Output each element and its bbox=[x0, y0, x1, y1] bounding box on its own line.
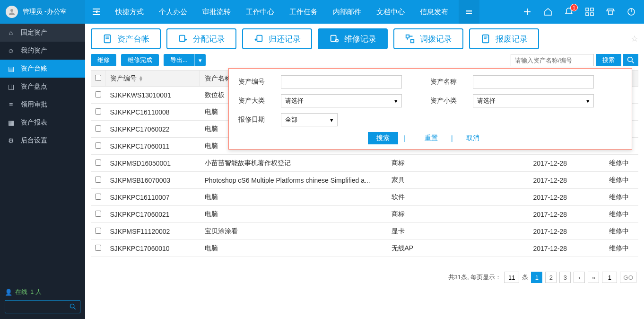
nav-docs[interactable]: 文档中心 bbox=[369, 0, 412, 24]
svg-rect-21 bbox=[257, 35, 262, 42]
cell-date: 2017-12-28 bbox=[529, 206, 604, 223]
svg-rect-25 bbox=[411, 40, 414, 43]
cell-code: SJKPMSB16070003 bbox=[105, 172, 200, 189]
advanced-search-toggle[interactable] bbox=[623, 54, 638, 66]
nav-workcenter[interactable]: 工作中心 bbox=[238, 0, 282, 24]
adv-reset-button[interactable]: 重置 bbox=[411, 134, 451, 142]
table-row[interactable]: SJKPKPC17060010 电脑 无线AP 2017-12-28 维修中 bbox=[91, 240, 638, 257]
repair-button[interactable]: 维修 bbox=[91, 54, 116, 66]
cell-date: 2017-12-28 bbox=[529, 155, 604, 172]
search-icon bbox=[627, 56, 635, 64]
nav-more[interactable] bbox=[459, 0, 479, 24]
row-checkbox[interactable] bbox=[95, 211, 101, 217]
nav-tasks[interactable]: 工作任务 bbox=[282, 0, 325, 24]
plus-icon[interactable] bbox=[520, 5, 534, 19]
page-next[interactable]: › bbox=[574, 272, 585, 283]
apps-icon[interactable] bbox=[583, 5, 597, 19]
page-1[interactable]: 1 bbox=[531, 272, 542, 283]
table-row[interactable]: SJKPKPC16110007 电脑 软件 2017-12-28 维修中 bbox=[91, 189, 638, 206]
svg-line-30 bbox=[632, 61, 634, 63]
adv-select-cat1[interactable]: 请选择 bbox=[281, 94, 402, 107]
page-last[interactable]: » bbox=[588, 272, 599, 283]
nav-mail[interactable]: 内部邮件 bbox=[325, 0, 369, 24]
row-checkbox[interactable] bbox=[95, 125, 101, 132]
per-page-input[interactable] bbox=[504, 272, 519, 283]
header-right-icons: 1 bbox=[520, 5, 644, 19]
tab-transfer[interactable]: 调拨记录 bbox=[393, 28, 463, 49]
sidebar-item-settings[interactable]: ⚙后台设置 bbox=[0, 132, 85, 150]
select-all-checkbox[interactable] bbox=[95, 75, 101, 81]
cell-date: 2017-12-28 bbox=[529, 240, 604, 257]
sidebar-item-fixed-assets[interactable]: ⌂固定资产 bbox=[0, 24, 85, 42]
table-row[interactable]: SJKPKPC17060021 电脑 商标 2017-12-28 维修中 bbox=[91, 206, 638, 223]
page-3[interactable]: 3 bbox=[559, 272, 571, 283]
adv-select-date[interactable]: 全部 bbox=[281, 113, 338, 126]
user-title: 管理员 -办公室 bbox=[23, 8, 67, 16]
row-checkbox[interactable] bbox=[95, 177, 101, 183]
sidebar-toggle[interactable] bbox=[85, 0, 108, 24]
table-row[interactable]: SJKPMSF11120002 宝贝涂涂看 显卡 2017-12-28 维修中 bbox=[91, 223, 638, 240]
search-input[interactable] bbox=[511, 54, 594, 66]
clipboard-icon bbox=[102, 34, 113, 44]
table-row[interactable]: SJKPMSD16050001 小苗苗智能故事机著作权登记 商标 2017-12… bbox=[91, 155, 638, 172]
tab-repair[interactable]: 维修记录 bbox=[318, 28, 388, 49]
cell-status: 维修中 bbox=[604, 240, 638, 257]
svg-rect-10 bbox=[591, 8, 593, 11]
record-tabs: 资产台帐 分配记录 归还记录 维修记录 调拨记录 报废记录 ☆ bbox=[91, 28, 638, 49]
sidebar-search[interactable] bbox=[5, 300, 80, 313]
cell-status: 维修中 bbox=[604, 155, 638, 172]
svg-rect-11 bbox=[586, 13, 589, 16]
sidebar-item-report[interactable]: ▦资产报表 bbox=[0, 114, 85, 132]
svg-point-15 bbox=[70, 304, 74, 308]
select-all-header[interactable] bbox=[91, 71, 105, 87]
sidebar-item-inventory[interactable]: ◫资产盘点 bbox=[0, 78, 85, 96]
search-button[interactable]: 搜索 bbox=[596, 54, 621, 66]
row-checkbox[interactable] bbox=[95, 194, 101, 200]
adv-cancel-button[interactable]: 取消 bbox=[453, 134, 493, 142]
tab-scrap[interactable]: 报废记录 bbox=[469, 28, 539, 49]
col-code[interactable]: 资产编号▲▼ bbox=[105, 71, 200, 87]
row-checkbox[interactable] bbox=[95, 108, 101, 115]
gear-icon: ⚙ bbox=[7, 137, 15, 144]
table-row[interactable]: SJKPMSB16070003 Photoshop cS6 Multiple P… bbox=[91, 172, 638, 189]
user-block[interactable]: 管理员 -办公室 bbox=[0, 0, 85, 24]
cell-date: 2017-12-28 bbox=[529, 223, 604, 240]
row-checkbox[interactable] bbox=[95, 160, 101, 166]
goto-button[interactable]: GO bbox=[620, 272, 636, 283]
adv-select-cat2[interactable]: 请选择 bbox=[473, 94, 594, 107]
row-checkbox[interactable] bbox=[95, 142, 101, 149]
report-icon: ▦ bbox=[7, 119, 15, 126]
nav-personal[interactable]: 个人办公 bbox=[151, 0, 195, 24]
cell-cat: 家具 bbox=[387, 172, 529, 189]
repair-done-button[interactable]: 维修完成 bbox=[121, 54, 159, 66]
theme-icon[interactable] bbox=[603, 5, 618, 19]
tab-allocate[interactable]: 分配记录 bbox=[166, 28, 236, 49]
adv-search-button[interactable]: 搜索 bbox=[368, 132, 398, 144]
cell-cat: 商标 bbox=[387, 206, 529, 223]
tab-return[interactable]: 归还记录 bbox=[242, 28, 312, 49]
home-icon[interactable] bbox=[541, 5, 555, 19]
cell-name: 电脑 bbox=[200, 189, 387, 206]
favorite-star-icon[interactable]: ☆ bbox=[631, 34, 638, 44]
nav-approval[interactable]: 审批流转 bbox=[195, 0, 238, 24]
sidebar-item-approval[interactable]: ≡领用审批 bbox=[0, 96, 85, 114]
cell-code: SJKPMSF11120002 bbox=[105, 223, 200, 240]
nav-quick[interactable]: 快捷方式 bbox=[108, 0, 151, 24]
inventory-icon: ◫ bbox=[7, 83, 15, 90]
sidebar-item-ledger[interactable]: ▤资产台账 bbox=[0, 60, 85, 78]
goto-page-input[interactable] bbox=[602, 272, 617, 283]
page-2[interactable]: 2 bbox=[545, 272, 557, 283]
row-checkbox[interactable] bbox=[95, 245, 101, 251]
adv-input-name[interactable] bbox=[473, 75, 594, 89]
row-checkbox[interactable] bbox=[95, 228, 101, 234]
tab-ledger[interactable]: 资产台帐 bbox=[91, 28, 161, 49]
nav-info[interactable]: 信息发布 bbox=[412, 0, 456, 24]
adv-input-code[interactable] bbox=[281, 75, 402, 89]
sidebar-item-my-assets[interactable]: ☺我的资产 bbox=[0, 42, 85, 60]
power-icon[interactable] bbox=[624, 5, 638, 19]
svg-line-16 bbox=[74, 308, 76, 310]
bell-icon[interactable]: 1 bbox=[562, 5, 576, 19]
row-checkbox[interactable] bbox=[95, 91, 101, 97]
sidebar: ⌂固定资产 ☺我的资产 ▤资产台账 ◫资产盘点 ≡领用审批 ▦资产报表 ⚙后台设… bbox=[0, 24, 85, 319]
export-button[interactable]: 导出... bbox=[164, 54, 206, 66]
